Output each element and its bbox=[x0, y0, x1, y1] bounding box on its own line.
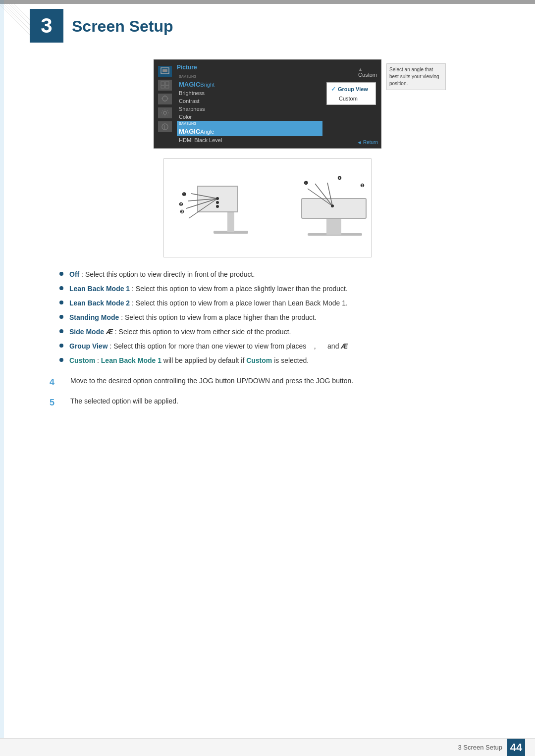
bullet-item-side: Side Mode Æ : Select this option to view… bbox=[59, 327, 505, 337]
svg-rect-10 bbox=[165, 82, 169, 85]
menu-item-contrast: Contrast bbox=[177, 97, 322, 105]
bullet-item-custom: Custom : Lean Back Mode 1 will be applie… bbox=[59, 355, 505, 366]
svg-rect-9 bbox=[161, 82, 164, 85]
angle-diagram-container: ❶ ❷ ❸ ❶ ❷ ❶ bbox=[30, 158, 505, 257]
svg-rect-11 bbox=[161, 86, 164, 88]
step-number-4: 4 bbox=[50, 376, 64, 389]
category-text: Picture bbox=[177, 64, 197, 71]
dropdown-menu: ✓ Group View Custom bbox=[326, 82, 376, 105]
bullet-item-off: Off : Select this option to view directl… bbox=[59, 269, 505, 280]
monitor-menu: i Picture SAMSUNG MAGICBright Brightness… bbox=[154, 59, 381, 149]
svg-text:i: i bbox=[164, 125, 165, 130]
svg-text:❷: ❷ bbox=[360, 183, 365, 188]
svg-rect-36 bbox=[302, 199, 366, 218]
hint-text: Select an angle that best suits your vie… bbox=[389, 67, 439, 86]
header-bar bbox=[0, 0, 535, 4]
dropdown-item-groupview: ✓ Group View bbox=[327, 84, 375, 94]
menu-right-value: ▲ Custom bbox=[322, 64, 377, 80]
svg-text:❸: ❸ bbox=[180, 209, 184, 214]
picture-menu-icon bbox=[158, 66, 172, 77]
bullet-item-lean1: Lean Back Mode 1 : Select this option to… bbox=[59, 284, 505, 294]
footer-page-number: 44 bbox=[507, 739, 525, 756]
step-item-4: 4 Move to the desired option controlling… bbox=[50, 376, 505, 389]
svg-rect-8 bbox=[162, 69, 167, 72]
svg-point-18 bbox=[163, 111, 166, 114]
monitor-ui-screenshot: i Picture SAMSUNG MAGICBright Brightness… bbox=[30, 59, 505, 149]
chapter-title: Screen Setup bbox=[72, 17, 173, 36]
step-number-5: 5 bbox=[50, 396, 64, 409]
bullet-item-lean2: Lean Back Mode 2 : Select this option to… bbox=[59, 298, 505, 308]
menu-sidebar: i bbox=[158, 64, 172, 132]
menu-category-label: Picture bbox=[177, 64, 322, 71]
svg-line-5 bbox=[7, 0, 30, 35]
svg-point-28 bbox=[216, 197, 219, 200]
svg-point-13 bbox=[162, 96, 167, 101]
svg-text:❶: ❶ bbox=[182, 192, 186, 197]
menu-item-hdmi: HDMI Black Level bbox=[177, 136, 322, 144]
svg-rect-12 bbox=[165, 86, 169, 88]
svg-text:❷: ❷ bbox=[179, 202, 183, 207]
dropdown-item-custom: Custom bbox=[327, 94, 375, 103]
footer: 3 Screen Setup 44 bbox=[0, 738, 535, 756]
display-menu-icon bbox=[158, 94, 172, 104]
menu-items-list: Picture SAMSUNG MAGICBright Brightness C… bbox=[177, 64, 322, 144]
step-text-4: Move to the desired option controlling t… bbox=[70, 376, 353, 386]
main-content: i Picture SAMSUNG MAGICBright Brightness… bbox=[30, 59, 505, 419]
step-item-5: 5 The selected option will be applied. bbox=[50, 396, 505, 409]
svg-point-40 bbox=[331, 204, 334, 207]
svg-text:❶: ❶ bbox=[304, 180, 308, 186]
left-accent bbox=[0, 0, 4, 756]
step-text-5: The selected option will be applied. bbox=[70, 396, 178, 406]
chapter-number: 3 bbox=[41, 15, 52, 36]
return-button[interactable]: ◄ Return bbox=[357, 140, 378, 145]
settings-menu-icon bbox=[158, 107, 172, 118]
bullet-list: Off : Select this option to view directl… bbox=[59, 269, 505, 366]
svg-point-30 bbox=[216, 205, 219, 208]
chapter-block: 3 bbox=[30, 9, 63, 43]
picture2-menu-icon bbox=[158, 80, 172, 91]
bullet-item-group: Group View : Select this option for more… bbox=[59, 341, 505, 352]
svg-rect-35 bbox=[326, 217, 341, 235]
menu-item-brightness: Brightness bbox=[177, 89, 322, 97]
custom-value-label: ▲ Custom bbox=[358, 66, 377, 78]
bullet-item-standing: Standing Mode : Select this option to vi… bbox=[59, 312, 505, 323]
menu-item-magicbright: SAMSUNG MAGICBright bbox=[177, 74, 322, 89]
menu-item-magicangle: SAMSUNG MAGICAngle bbox=[177, 121, 322, 136]
menu-item-sharpness: Sharpness bbox=[177, 105, 322, 113]
hint-box: Select an angle that best suits your vie… bbox=[386, 63, 446, 90]
footer-label: 3 Screen Setup bbox=[458, 744, 502, 751]
diagonal-decoration bbox=[0, 0, 30, 45]
svg-text:❶: ❶ bbox=[337, 175, 342, 181]
angle-diagram: ❶ ❷ ❸ ❶ ❷ ❶ bbox=[163, 158, 372, 257]
svg-line-3 bbox=[2, 0, 30, 35]
step-list: 4 Move to the desired option controlling… bbox=[50, 376, 505, 409]
menu-item-color: Color bbox=[177, 113, 322, 121]
info-menu-icon: i bbox=[158, 121, 172, 132]
svg-point-29 bbox=[216, 201, 219, 204]
